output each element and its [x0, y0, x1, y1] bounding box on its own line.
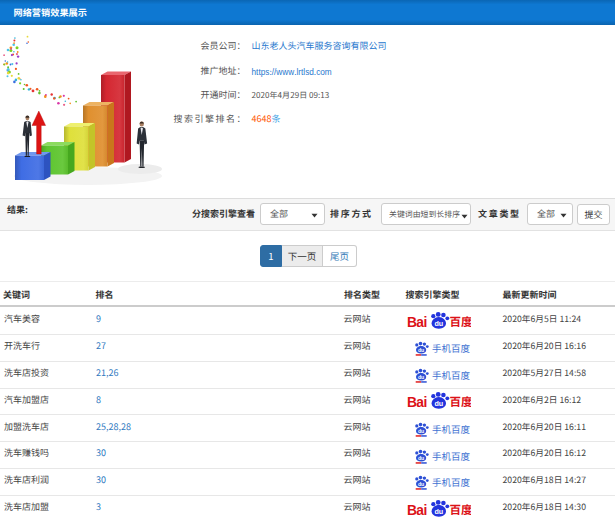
svg-text:手机百度: 手机百度 — [432, 449, 471, 463]
svg-text:手机百度: 手机百度 — [432, 368, 471, 382]
svg-text:du: du — [418, 428, 424, 434]
svg-text:百度: 百度 — [450, 313, 472, 329]
svg-text:du: du — [434, 319, 443, 328]
svg-text:du: du — [418, 347, 424, 353]
svg-text:百度: 百度 — [450, 394, 472, 410]
svg-text:du: du — [418, 481, 424, 487]
svg-text:手机百度: 手机百度 — [432, 422, 471, 436]
svg-text:手机百度: 手机百度 — [432, 476, 471, 490]
svg-text:du: du — [434, 400, 443, 409]
svg-text:du: du — [418, 374, 424, 380]
svg-text:百度: 百度 — [450, 501, 472, 517]
svg-text:du: du — [434, 507, 443, 516]
svg-text:du: du — [418, 455, 424, 461]
svg-text:Bai: Bai — [407, 315, 427, 330]
svg-text:Bai: Bai — [407, 502, 427, 517]
svg-text:Bai: Bai — [407, 395, 427, 410]
svg-text:手机百度: 手机百度 — [432, 341, 471, 355]
